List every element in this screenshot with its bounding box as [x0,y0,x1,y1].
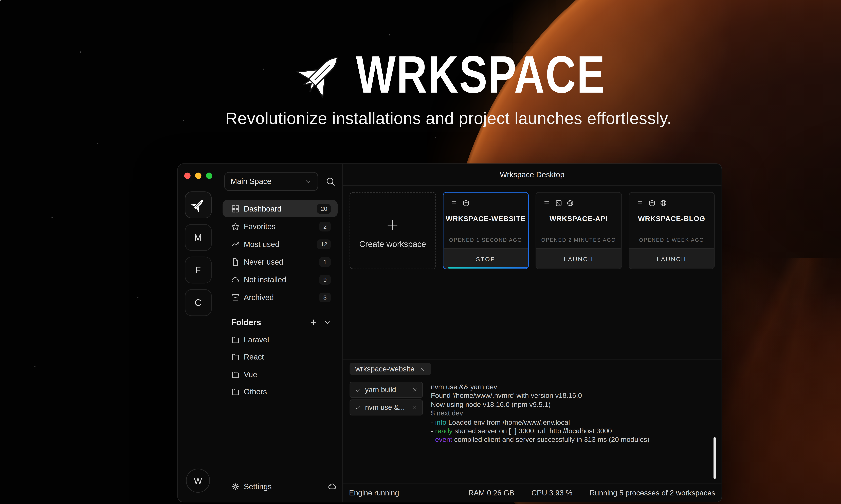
cloud-sync-icon[interactable] [328,482,337,491]
workspace-card-icons [443,193,528,207]
space-button-letter: C [194,297,202,308]
workspace-card[interactable]: WRKSPACE-BLOG OPENED 1 WEEK AGO LAUNCH [629,192,715,269]
rocket-icon [189,196,207,214]
main-panel: Wrkspace Desktop Create workspace WRKSPA… [343,164,722,502]
sidebar-item-settings[interactable]: Settings [218,478,342,495]
terminal-text: compiled client and server successfully … [452,436,649,444]
terminal-line: - ready started server on [::]:3000, url… [431,427,715,436]
workspace-card[interactable]: WRKSPACE-WEBSITE OPENED 1 SECOND AGO STO… [443,192,529,269]
workspace-card-icons [536,193,621,207]
terminal-line: - event compiled client and server succe… [431,436,715,445]
close-chip-icon[interactable] [412,387,418,393]
space-button[interactable]: F [185,256,211,284]
create-workspace-inner: Create workspace [359,217,426,248]
space-buttons: M F C [185,224,211,322]
terminal-text: started server on [::]:3000, url: http:/… [453,427,612,435]
grid-icon [231,204,240,213]
cpu-usage: CPU 3.93 % [531,488,572,497]
close-chip-icon[interactable] [412,404,418,410]
terminal-text: - [431,436,435,444]
sidebar-nav: Dashboard 20 Favorites 2 Most used 12 Ne… [218,200,342,306]
terminal-tab[interactable]: wrkspace-website [349,363,431,375]
terminal-output: nvm use && yarn devFound '/home/www/.nvm… [431,382,715,483]
globe-icon [566,199,574,207]
terminal-text: nvm use && yarn dev [431,383,497,391]
settings-label: Settings [244,482,272,490]
check-icon [355,386,361,393]
sidebar-nav-item[interactable]: Archived 3 [223,289,338,306]
space-button[interactable]: M [185,224,211,251]
minimize-button[interactable] [195,173,201,179]
menu-icon [451,199,458,207]
workspace-opened-time: OPENED 1 WEEK AGO [629,237,714,243]
folders-title: Folders [231,318,304,327]
terminal-line: Found '/home/www/.nvmrc' with version v1… [431,392,715,400]
terminal-text: - [431,427,435,435]
workspace-action-button[interactable]: LAUNCH [629,248,714,268]
terminal-text: Found '/home/www/.nvmrc' with version v1… [431,392,582,400]
stars-decoration [0,0,1,1]
active-space-button[interactable] [185,192,211,218]
sidebar-folder-item[interactable]: Vue [218,366,342,383]
globe-icon [659,199,667,207]
space-selector-row: Main Space [218,172,342,191]
terminal-scrollbar[interactable] [714,437,716,479]
space-button[interactable]: C [185,289,211,316]
terminal-panel: yarn build nvm use &... nvm use && yarn … [343,378,722,483]
star-icon [231,222,240,231]
count-badge: 9 [319,275,331,284]
zoom-button[interactable] [206,173,212,179]
sidebar-folder-item[interactable]: Laravel [218,331,342,348]
terminal-tabbar: wrkspace-website [343,360,722,378]
package-icon [462,199,469,207]
avatar[interactable]: W [186,469,210,492]
search-icon [325,176,336,187]
folder-icon [231,335,240,344]
terminal-text: event [435,436,452,444]
gear-icon [231,482,240,490]
workspace-name: WRKSPACE-API [536,215,621,223]
folder-icon [231,353,240,361]
sidebar-nav-item[interactable]: Favorites 2 [223,218,338,235]
sidebar-nav-item[interactable]: Never used 1 [223,253,338,270]
cloud-icon [231,275,240,284]
status-metrics: RAM 0.26 GB CPU 3.93 % Running 5 process… [468,488,715,497]
workspace-action-button[interactable]: LAUNCH [536,248,621,268]
ram-usage: RAM 0.26 GB [468,488,514,497]
workspace-rail: M F C W [178,164,218,502]
sidebar-folder-item[interactable]: Others [218,383,342,401]
package-icon [648,199,655,207]
terminal-text: ready [435,427,453,435]
workspace-action-button[interactable]: STOP [443,248,528,268]
workspace-card-icons [629,193,714,207]
chevron-down-icon [305,178,312,185]
folder-icon [231,388,240,396]
terminal-text: Loaded env from /home/www/.env.local [446,418,570,426]
sidebar-nav-item[interactable]: Not installed 9 [223,271,338,288]
search-button[interactable] [323,174,338,189]
close-tab-icon[interactable] [420,366,425,372]
create-workspace-label: Create workspace [359,239,426,248]
add-folder-icon[interactable] [309,318,317,326]
trend-icon [231,240,240,248]
space-select[interactable]: Main Space [224,172,318,191]
workspace-opened-time: OPENED 2 MINUTES AGO [536,237,621,243]
command-chip[interactable]: nvm use &... [349,399,423,415]
close-button[interactable] [184,173,190,179]
create-workspace-card[interactable]: Create workspace [349,192,436,269]
sidebar-folder-item[interactable]: React [218,348,342,366]
command-chip[interactable]: yarn build [349,382,423,398]
workspace-name: WRKSPACE-BLOG [629,215,714,223]
screenshot-viewport: WRKSPACE Revolutionize installations and… [0,0,841,504]
terminal-line: $ next dev [431,409,715,418]
status-bar: Engine running RAM 0.26 GB CPU 3.93 % Ru… [343,483,722,502]
workspace-card[interactable]: WRKSPACE-API OPENED 2 MINUTES AGO LAUNCH [535,192,622,269]
sidebar-nav-item[interactable]: Most used 12 [223,236,338,253]
collapse-folders-icon[interactable] [323,318,331,326]
space-button-letter: F [195,265,201,275]
sidebar-nav-item[interactable]: Dashboard 20 [223,200,338,217]
workspace-name: WRKSPACE-WEBSITE [443,215,528,223]
folders-list: Laravel React Vue Others [218,331,342,401]
menu-icon [637,199,644,207]
terminal-text: info [435,418,446,426]
